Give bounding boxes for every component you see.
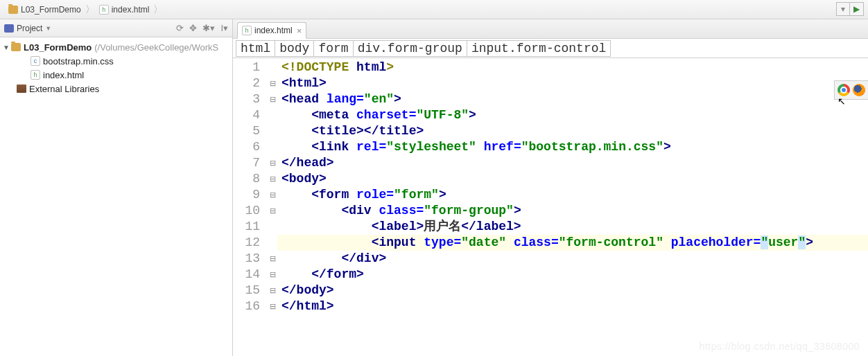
tree-file[interactable]: c bootstrap.min.css <box>0 54 232 68</box>
breadcrumb-project-label: L03_FormDemo <box>21 5 81 15</box>
project-panel-header[interactable]: Project ▼ ⟳ ✥ ✱▾ I▾ <box>0 19 232 37</box>
target-icon[interactable]: ✥ <box>189 23 197 33</box>
tree-file-label: bootstrap.min.css <box>43 56 114 66</box>
collapse-icon[interactable]: ⟳ <box>176 23 184 33</box>
close-icon[interactable]: × <box>297 26 302 36</box>
html-file-icon: h <box>242 26 252 35</box>
editor-tab-label: index.html <box>254 26 293 35</box>
tree-file-label: index.html <box>43 70 84 80</box>
breadcrumb-file[interactable]: h index.html <box>96 5 153 15</box>
breadcrumb-file-label: index.html <box>112 5 150 15</box>
editor-tab-bar: h index.html × <box>233 19 868 39</box>
path-segment[interactable]: div.form-group <box>353 40 467 57</box>
project-sidebar: Project ▼ ⟳ ✥ ✱▾ I▾ ▼ L03_FormDemo (/Vol… <box>0 19 233 356</box>
fold-gutter: ⊟⊟⊟⊟⊟⊟⊟⊟⊟⊟ <box>268 58 277 356</box>
code-editor[interactable]: ↖ 12345678910111213141516 ⊟⊟⊟⊟⊟⊟⊟⊟⊟⊟ <!D… <box>233 58 868 356</box>
chevron-right-icon: 〉 <box>153 3 163 16</box>
code-breadcrumb: html body form div.form-group input.form… <box>233 39 868 58</box>
breadcrumb-project[interactable]: L03_FormDemo <box>6 5 84 15</box>
path-segment[interactable]: html <box>236 40 275 57</box>
tree-external-label: External Libraries <box>29 84 99 94</box>
library-icon <box>17 84 26 93</box>
code-content[interactable]: <!DOCTYPE html><html><head lang="en"> <m… <box>277 58 868 356</box>
tree-root[interactable]: ▼ L03_FormDemo (/Volumes/GeekCollege/Wor… <box>0 40 232 54</box>
run-controls: ▾ ▶ <box>836 2 864 16</box>
project-tree: ▼ L03_FormDemo (/Volumes/GeekCollege/Wor… <box>0 37 232 98</box>
chevron-right-icon: 〉 <box>85 3 95 16</box>
project-icon <box>4 24 14 33</box>
folder-icon <box>8 6 18 14</box>
hide-icon[interactable]: I▾ <box>220 23 228 33</box>
project-panel-title: Project <box>17 24 42 33</box>
css-file-icon: c <box>31 56 40 66</box>
gear-icon[interactable]: ✱▾ <box>202 23 215 33</box>
html-file-icon: h <box>31 70 40 80</box>
cursor-icon: ↖ <box>837 96 846 107</box>
path-segment[interactable]: form <box>313 40 352 57</box>
html-file-icon: h <box>99 5 109 15</box>
path-segment[interactable]: body <box>275 40 313 57</box>
arrow-down-icon[interactable]: ▼ <box>3 44 10 51</box>
line-number-gutter: 12345678910111213141516 <box>233 58 268 356</box>
chrome-icon[interactable] <box>837 84 850 96</box>
editor-tab[interactable]: h index.html × <box>237 22 306 39</box>
chevron-down-icon[interactable]: ▼ <box>45 25 51 32</box>
nav-breadcrumb: L03_FormDemo 〉 h index.html 〉 ▾ ▶ <box>0 0 868 19</box>
folder-icon <box>11 43 21 51</box>
editor-area: h index.html × html body form div.form-g… <box>233 19 868 356</box>
tree-file[interactable]: h index.html <box>0 68 232 82</box>
project-toolbar: ⟳ ✥ ✱▾ I▾ <box>176 23 228 33</box>
path-segment[interactable]: input.form-control <box>467 40 611 57</box>
tree-root-path: (/Volumes/GeekCollege/WorkS <box>94 42 218 53</box>
tree-root-label: L03_FormDemo <box>24 42 92 53</box>
run-config-dropdown[interactable]: ▾ <box>836 2 850 16</box>
firefox-icon[interactable] <box>853 84 865 96</box>
tree-external-libraries[interactable]: External Libraries <box>0 82 232 96</box>
run-button[interactable]: ▶ <box>850 2 864 16</box>
